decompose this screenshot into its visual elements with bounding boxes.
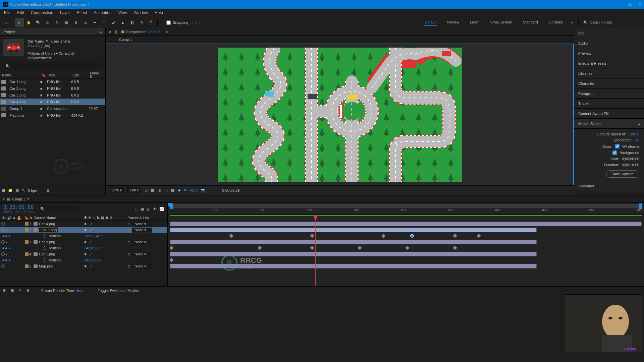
menu-window[interactable]: Window xyxy=(131,9,151,16)
tl-icon-1[interactable]: ⬚ xyxy=(135,207,138,211)
keyframe[interactable] xyxy=(258,246,262,250)
stopwatch-icon[interactable] xyxy=(43,258,46,262)
background-checkbox[interactable] xyxy=(612,150,617,155)
stamp-tool-icon[interactable]: ▲ xyxy=(118,18,127,27)
maximize-icon[interactable]: ☐ xyxy=(629,2,632,7)
project-column-headers[interactable]: Name 🔖 Type Size Frame R... xyxy=(0,72,105,78)
start-capture-button[interactable]: Start Capture xyxy=(606,170,639,178)
current-timecode[interactable]: 0;00;00;00 xyxy=(3,204,34,210)
hand-tool-icon[interactable]: ✋ xyxy=(24,18,33,27)
layer-row[interactable]: ▸3Car 2.png⬗／⊙None ▾ xyxy=(0,239,167,245)
panel-character[interactable]: Character xyxy=(574,78,644,88)
menu-layer[interactable]: Layer xyxy=(57,9,73,16)
duration-value[interactable]: 0;00;10;00 xyxy=(622,163,639,167)
close-tab-icon[interactable]: × xyxy=(3,197,5,201)
project-item[interactable]: Car 2.png■PNG file6 KB xyxy=(0,85,105,92)
keyframe[interactable] xyxy=(453,234,457,238)
layer-row[interactable]: 1Car 4.png⬗／⊙None ▾ xyxy=(0,221,167,227)
view-opt3-icon[interactable]: ◫ xyxy=(158,188,161,192)
workspace-learn[interactable]: Learn xyxy=(469,19,480,26)
panel-menu-icon[interactable]: ≡ xyxy=(638,122,640,126)
timeline-tracks[interactable]: 01s02s03s04s05s06s07s08s09s10s xyxy=(168,203,644,286)
resolution-dropdown[interactable]: Full ▾ xyxy=(127,187,141,193)
close-icon[interactable]: ✕ xyxy=(638,2,641,7)
visibility-toggle[interactable] xyxy=(1,222,5,226)
snapshot-icon[interactable]: 📷 xyxy=(201,188,206,192)
color-mgmt-icon[interactable]: ◆ xyxy=(178,188,180,192)
panel-audio[interactable]: Audio xyxy=(574,38,644,48)
minimize-icon[interactable]: — xyxy=(619,2,623,7)
workarea-end-handle[interactable] xyxy=(639,203,642,209)
trash-icon[interactable]: 🗑 xyxy=(46,189,50,193)
smoother-panel-header[interactable]: Smoother xyxy=(574,181,644,191)
close-tab-icon[interactable]: × xyxy=(109,30,111,34)
project-item[interactable]: Car 1.png■PNG file6 KB xyxy=(0,78,105,85)
comp-name[interactable]: Comp 1 xyxy=(148,30,161,34)
adjust-icon[interactable]: 〽 xyxy=(21,189,25,193)
property-row[interactable]: ◄ ◆ ►Position742,8,51,7 xyxy=(0,245,167,251)
time-ruler[interactable]: 01s02s03s04s05s06s07s08s09s10s xyxy=(168,203,644,215)
menu-view[interactable]: View xyxy=(116,9,130,16)
tl-icon-3[interactable]: ◫ xyxy=(147,207,150,211)
property-row[interactable]: ◄ ◆ ►Position1053,1,45,5 xyxy=(0,233,167,239)
menu-edit[interactable]: Edit xyxy=(14,9,27,16)
keyframe[interactable] xyxy=(310,246,314,250)
project-item[interactable]: Comp 1■Composition29,97 xyxy=(0,105,105,112)
dropdown-icon[interactable]: ▾ xyxy=(46,39,48,43)
layer-row[interactable]: 5Map.png⬗／⊙None ▾ xyxy=(0,263,167,269)
visibility-toggle[interactable] xyxy=(1,228,5,232)
panel-menu-icon[interactable]: ≡ xyxy=(99,29,102,35)
workspace-review[interactable]: Review xyxy=(446,19,460,26)
search-help-input[interactable] xyxy=(590,20,637,25)
playhead-blue[interactable] xyxy=(170,209,170,215)
toggle-switches-button[interactable]: Toggle Switches / Modes xyxy=(98,289,139,293)
panel-info[interactable]: Info xyxy=(574,28,644,38)
menu-composition[interactable]: Composition xyxy=(28,9,56,16)
keyframe[interactable] xyxy=(477,234,481,238)
layer-row[interactable]: ▸4Car 1.png⬗／⊙None ▾ xyxy=(0,251,167,257)
snap-opt1-icon[interactable]: ⟋ xyxy=(191,20,194,24)
wireframe-checkbox[interactable] xyxy=(615,144,620,148)
stopwatch-icon[interactable] xyxy=(43,246,46,250)
panel-tracker[interactable]: Tracker xyxy=(574,99,644,109)
snap-opt2-icon[interactable]: ⛶ xyxy=(196,20,200,24)
panel-menu-icon[interactable]: ≡ xyxy=(27,197,29,201)
view-opt2-icon[interactable]: ▦ xyxy=(151,188,154,192)
brush-tool-icon[interactable]: 🖌 xyxy=(109,18,118,27)
rect-tool-icon[interactable]: ▭ xyxy=(81,18,90,27)
tl-icon-2[interactable]: ▦ xyxy=(141,207,144,211)
parent-dropdown[interactable]: None ▾ xyxy=(132,240,152,245)
workspace-overflow-icon[interactable]: » xyxy=(571,20,573,24)
shy-icon[interactable]: 👁 xyxy=(153,207,157,211)
workspace-default[interactable]: Default xyxy=(424,19,437,26)
smoothing-value[interactable]: 20 xyxy=(635,138,639,142)
graph-icon[interactable]: 📈 xyxy=(159,207,164,211)
view-opt4-icon[interactable]: ▭ xyxy=(164,188,168,192)
workspace-standard[interactable]: Standard xyxy=(522,19,539,26)
footer-icon-2[interactable]: ▦ xyxy=(10,288,14,293)
exposure-value[interactable]: +0,0 xyxy=(190,188,198,192)
panel-menu-icon[interactable]: ≡ xyxy=(166,30,168,34)
start-value[interactable]: 0;00;00;00 xyxy=(622,157,639,161)
parent-dropdown[interactable]: None ▾ xyxy=(132,228,152,233)
capture-speed-value[interactable]: 100 % xyxy=(629,132,639,136)
text-tool-icon[interactable]: T xyxy=(100,18,108,27)
keyframe[interactable] xyxy=(358,246,362,250)
keyframe[interactable] xyxy=(453,246,457,250)
panel-preview[interactable]: Preview xyxy=(574,48,644,58)
composition-viewer[interactable]: ↖ xyxy=(106,44,574,185)
refresh-icon[interactable]: ↻ xyxy=(184,188,187,192)
roto-tool-icon[interactable]: ✎ xyxy=(137,18,146,27)
zoom-dropdown[interactable]: 50% ▾ xyxy=(109,187,124,193)
property-row[interactable]: ◄ ◆ ►Position285,5,53,8 xyxy=(0,257,167,263)
selection-tool-icon[interactable]: ▸ xyxy=(15,18,24,27)
layer-row[interactable]: ▸2Car 3.png⬗／⊙None ▾ xyxy=(0,227,167,233)
eye-icon[interactable]: 👁 xyxy=(2,216,6,220)
workspace-libraries[interactable]: Libraries xyxy=(548,19,564,26)
project-item[interactable]: Map.png■PNG file434 KB xyxy=(0,112,105,119)
composition-canvas[interactable]: ↖ xyxy=(218,48,462,182)
view-opt5-icon[interactable]: ▦ xyxy=(171,188,174,192)
panel-effects-presets[interactable]: Effects & Presets xyxy=(574,58,644,68)
workspace-small-screen[interactable]: Small Screen xyxy=(490,19,513,26)
viewer-timecode[interactable]: 0;00;02;29 xyxy=(222,188,240,192)
